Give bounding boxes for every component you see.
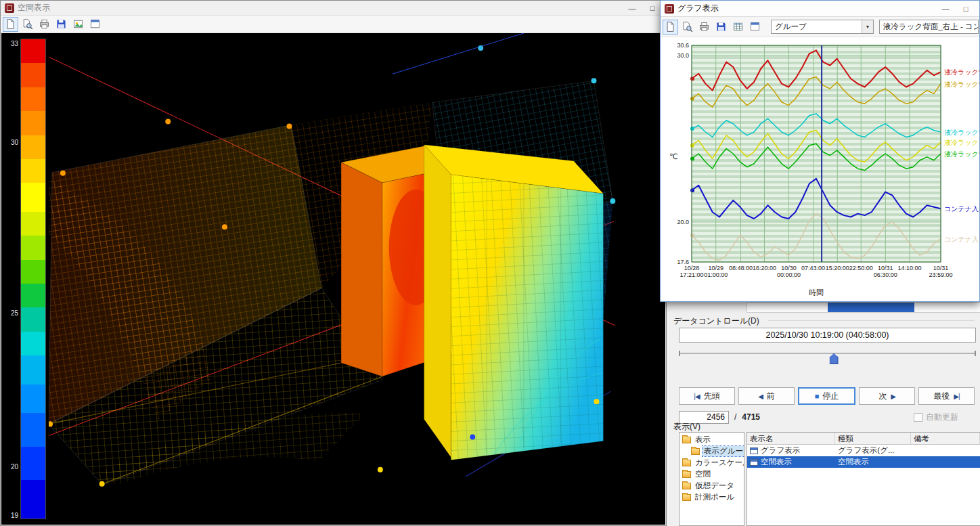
checkbox-icon	[914, 413, 922, 422]
table-cell: グラフ表示	[747, 445, 835, 456]
svg-text:20.0: 20.0	[677, 219, 689, 225]
column-header[interactable]: 表示名	[747, 433, 835, 444]
maximize-icon[interactable]: □	[956, 3, 975, 15]
previous-button[interactable]: ◀ 前	[738, 387, 795, 405]
svg-text:14:10:00: 14:10:00	[897, 265, 921, 271]
window-icon	[750, 447, 758, 454]
panel-icon	[89, 18, 101, 30]
tree-item[interactable]: 表示グループ	[680, 445, 744, 457]
stop-button[interactable]: ■ 停止	[798, 387, 855, 405]
column-header[interactable]: 種類	[835, 433, 911, 444]
spatial-viewport: 33 30 25 20 19	[1, 33, 665, 525]
display-tree: 表示表示グループカラースケール空間仮想データ計測ポール	[679, 432, 744, 526]
table-icon	[732, 21, 744, 32]
print-preview-button[interactable]	[680, 20, 695, 35]
first-icon: |◀	[694, 393, 699, 400]
slider-thumb[interactable]	[830, 353, 839, 364]
table-header: 表示名種類備考	[747, 433, 980, 445]
save-button[interactable]	[713, 20, 729, 35]
time-slider[interactable]	[679, 347, 976, 367]
last-icon: ▶|	[954, 393, 959, 400]
folder-icon	[682, 460, 691, 466]
folder-icon	[682, 437, 691, 443]
group-combo[interactable]: グループ ▼	[771, 20, 874, 34]
x-axis-label: 時間	[692, 288, 941, 298]
frame-total: 4715	[742, 412, 760, 422]
color-scale-bar	[20, 39, 46, 519]
tree-item[interactable]: 表示	[680, 434, 744, 445]
table-row[interactable]: 空間表示空間表示	[747, 456, 980, 468]
svg-text:15:20:00: 15:20:00	[826, 265, 849, 271]
svg-text:00:00:00: 00:00:00	[777, 271, 801, 278]
printer-icon	[39, 18, 50, 30]
panel-layout-button[interactable]	[747, 20, 763, 35]
color-scale-max-label: 33	[5, 40, 18, 47]
display-table: 表示名種類備考 グラフ表示グラフ表示(グ...空間表示空間表示	[747, 432, 980, 526]
window-icon	[750, 459, 758, 466]
tree-item[interactable]: 仮想データ	[680, 480, 744, 491]
new-view-button[interactable]	[3, 17, 18, 32]
chevron-down-icon: ▼	[862, 20, 873, 33]
svg-text:30.6: 30.6	[677, 42, 689, 49]
print-preview-button[interactable]	[20, 17, 35, 32]
print-button[interactable]	[37, 17, 52, 32]
timestamp-display: 2025/10/30 10:19:00 (040:58:00)	[679, 328, 976, 343]
playback-controls: |◀ 先頭 ◀ 前 ■ 停止 ▶ 次 ▶| 最後	[679, 387, 975, 405]
group-rule	[768, 320, 975, 321]
temperature-chart[interactable]: 30.630.020.017.610/2817:21:0010/2901:00:…	[661, 37, 979, 302]
svg-text:23:59:00: 23:59:00	[929, 271, 952, 278]
spatial-window: 空間表示 — □ 33 30 25 20 19	[0, 0, 667, 526]
series-combo[interactable]: 液冷ラック背面_右上 - コンテナ入口側_	[879, 20, 979, 34]
graph-window-title: グラフ表示	[677, 3, 719, 14]
next-button[interactable]: ▶ 次	[859, 387, 915, 405]
svg-text:10/31: 10/31	[878, 265, 893, 271]
last-button[interactable]: ▶| 最後	[918, 387, 975, 405]
page-icon	[665, 21, 676, 32]
tree-item-label: 仮想データ	[694, 481, 736, 491]
svg-text:01:00:00: 01:00:00	[704, 271, 728, 278]
chart-area: ℃ 30.630.020.017.610/2817:21:0010/2901:0…	[661, 37, 979, 301]
floppy-icon	[715, 21, 727, 32]
table-cell: 空間表示	[747, 457, 835, 467]
svg-text:17:21:00: 17:21:00	[680, 271, 703, 278]
table-row[interactable]: グラフ表示グラフ表示(グ...	[747, 445, 980, 456]
export-table-button[interactable]	[730, 20, 746, 35]
new-view-button[interactable]	[663, 20, 678, 35]
folder-icon	[691, 448, 700, 455]
tree-item-label: 計測ポール	[694, 492, 736, 502]
frame-counter: / 4715 自動更新	[679, 410, 975, 424]
spatial-titlebar[interactable]: 空間表示 — □	[1, 1, 666, 16]
svg-text:07:43:00: 07:43:00	[801, 265, 825, 271]
display-panel-label: 表示(V)	[673, 421, 700, 433]
minimize-icon[interactable]: —	[623, 2, 642, 14]
print-button[interactable]	[696, 20, 712, 35]
svg-text:30.0: 30.0	[677, 52, 689, 59]
color-scale: 33 30 25 20 19	[5, 39, 47, 519]
next-icon: ▶	[891, 393, 895, 400]
image-export-button[interactable]	[70, 17, 86, 32]
app-icon	[5, 3, 14, 13]
maximize-icon[interactable]: □	[643, 2, 662, 14]
minimize-icon[interactable]: —	[936, 3, 955, 15]
tree-item[interactable]: 空間	[680, 468, 744, 480]
column-header[interactable]: 備考	[911, 433, 980, 444]
tree-item[interactable]: 計測ポール	[680, 491, 744, 503]
color-scale-min-label: 19	[5, 512, 18, 519]
tree-item-label: 表示グループ	[703, 446, 744, 456]
tree-item[interactable]: カラースケール	[680, 457, 744, 468]
save-button[interactable]	[53, 17, 69, 32]
stop-icon: ■	[815, 392, 819, 400]
table-cell: グラフ表示(グ...	[835, 445, 911, 456]
page-icon	[5, 18, 16, 30]
graph-window: グラフ表示 — □ グループ ▼ 液冷ラック背面_右上 - コンテナ入口側_ ℃…	[660, 0, 980, 302]
svg-text:10/30: 10/30	[781, 265, 797, 271]
slider-track	[679, 353, 976, 354]
first-button[interactable]: |◀ 先頭	[679, 387, 735, 405]
panel-icon	[749, 21, 761, 32]
panel-layout-button[interactable]	[87, 17, 103, 32]
auto-update-checkbox[interactable]: 自動更新	[914, 412, 958, 423]
graph-titlebar[interactable]: グラフ表示 — □	[661, 1, 979, 17]
svg-text:22:50:00: 22:50:00	[849, 265, 873, 271]
spatial-3d-view[interactable]	[49, 33, 665, 525]
folder-icon	[682, 471, 691, 478]
